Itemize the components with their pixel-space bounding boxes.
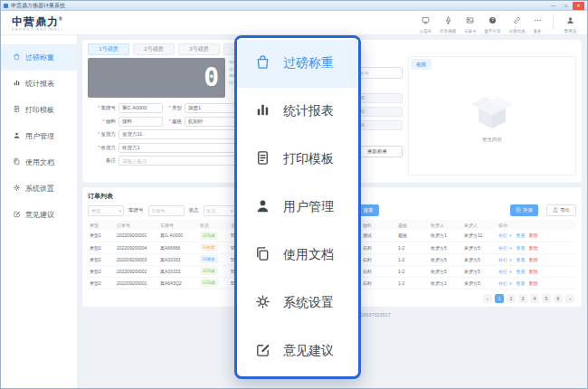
header-action[interactable]: 运营信息: [509, 12, 526, 33]
status-badge: 已作废: [200, 243, 218, 251]
reprint-link[interactable]: 补打 ∨: [498, 245, 512, 251]
view-link[interactable]: 查看: [516, 245, 525, 251]
cell-plate: 冀G·A0000: [158, 230, 198, 242]
menu-item[interactable]: 系统设置: [237, 279, 358, 327]
cell-type: 类型1: [88, 230, 115, 242]
header-action-label: 记录卡: [464, 29, 477, 33]
window-title: 中营鼎力衡器计量系统: [11, 2, 65, 10]
header-action[interactable]: 小票机: [420, 12, 432, 33]
page-button[interactable]: 1: [495, 294, 504, 303]
menu-item[interactable]: 打印模板: [237, 136, 358, 184]
page-button[interactable]: 3: [518, 294, 527, 303]
header-action[interactable]: ? 新手引导: [485, 12, 501, 33]
status-badge: 已完成: [200, 279, 218, 287]
video-panel: 视频 暂无内容: [408, 56, 576, 176]
sender-input[interactable]: [119, 129, 238, 139]
add-record-icon: [516, 207, 521, 213]
chart-icon: [254, 101, 271, 121]
scale-tab[interactable]: 3号磅房: [178, 43, 220, 55]
remark-input[interactable]: [119, 156, 238, 166]
spec-input[interactable]: [185, 117, 238, 127]
menu-item[interactable]: 统计报表: [237, 88, 358, 136]
sidebar-item[interactable]: 统计报表: [1, 71, 77, 97]
empty-box-illustration: [466, 119, 518, 134]
divider: [553, 16, 554, 29]
delete-link[interactable]: 删除: [529, 269, 538, 274]
cell-plate: 冀A6A5Q2: [158, 277, 198, 289]
gear-icon: [254, 293, 271, 313]
page-button[interactable]: 6: [554, 294, 563, 303]
type-filter-select[interactable]: 类型: [88, 205, 124, 216]
view-link[interactable]: 查看: [516, 257, 525, 262]
export-button[interactable]: 导出: [546, 204, 576, 216]
plate-input[interactable]: [119, 103, 163, 113]
table-column-header: 收货人: [429, 220, 462, 230]
status-filter-select[interactable]: 状态: [204, 205, 236, 216]
header-action[interactable]: 更多: [534, 12, 542, 33]
reprint-link[interactable]: 补打 ∨: [498, 269, 512, 274]
type-label: 类型: [163, 105, 185, 111]
menu-item-label: 使用文档: [283, 247, 334, 263]
admin-menu[interactable]: 管理员: [564, 12, 577, 33]
record-button[interactable]: 补录: [510, 204, 538, 216]
page-button[interactable]: 5: [542, 294, 551, 303]
page-button[interactable]: ‹: [483, 294, 492, 303]
scale-tab[interactable]: 1号磅房: [88, 43, 129, 55]
sidebar-item[interactable]: 使用文档: [1, 149, 77, 176]
cell-sender: 发货方5: [462, 242, 497, 253]
user-icon: [13, 131, 21, 141]
copy-icon: [254, 245, 271, 265]
cell-order-no: 202209200001: [115, 277, 158, 289]
page-button[interactable]: 2: [507, 294, 516, 303]
header-action[interactable]: 记录卡: [464, 12, 477, 33]
menu-item[interactable]: 意见建议: [237, 327, 358, 375]
cell-plate: 冀A66666: [158, 242, 198, 253]
admin-label: 管理员: [564, 29, 577, 33]
cell-material: 石料: [361, 253, 396, 265]
delete-link[interactable]: 删除: [529, 257, 538, 262]
view-link[interactable]: 查看: [516, 269, 525, 274]
reprint-link[interactable]: 补打 ∨: [498, 232, 512, 238]
spec-label: 规格: [163, 119, 185, 125]
maximize-button[interactable]: □: [560, 2, 572, 10]
reprint-link[interactable]: 补打 ∨: [498, 280, 512, 286]
type-input[interactable]: [185, 103, 238, 113]
doc-icon: [13, 105, 21, 115]
material-input[interactable]: [119, 117, 163, 127]
plate-filter-input[interactable]: [148, 205, 185, 216]
video-tab[interactable]: 视频: [411, 59, 432, 70]
sidebar-item[interactable]: 系统设置: [1, 176, 77, 202]
sidebar-item-label: 意见建议: [25, 210, 54, 220]
delete-link[interactable]: 删除: [529, 245, 538, 251]
minimize-button[interactable]: —: [547, 2, 559, 10]
header-action[interactable]: 语音播报: [440, 12, 456, 33]
app-header: 中营鼎力® ZHONGYINGDINGLI 小票机 语音播报: [1, 11, 587, 35]
menu-item[interactable]: 使用文档: [237, 231, 358, 279]
status-badge: 已完成: [200, 267, 218, 275]
sidebar-item[interactable]: 意见建议: [1, 202, 77, 228]
cell-receiver: 收货方5: [429, 253, 462, 265]
weight-display: 0: [88, 58, 225, 98]
delete-link[interactable]: 删除: [529, 232, 538, 238]
monitor-icon: [422, 12, 430, 28]
close-button[interactable]: ✕: [573, 2, 584, 10]
menu-item[interactable]: 过磅称重: [237, 40, 358, 88]
menu-item-label: 系统设置: [283, 295, 334, 311]
cell-order-no: 202209200002: [115, 265, 158, 277]
cell-type: 类型2: [88, 277, 115, 289]
delete-link[interactable]: 删除: [529, 280, 538, 286]
page-button[interactable]: ›: [565, 294, 574, 303]
sidebar-item[interactable]: 过磅称重: [1, 44, 77, 71]
view-link[interactable]: 查看: [516, 280, 525, 286]
page-button[interactable]: 4: [530, 294, 539, 303]
receiver-input[interactable]: [119, 143, 238, 153]
sidebar-item[interactable]: 打印模板: [1, 97, 77, 123]
menu-item[interactable]: 用户管理: [237, 184, 358, 232]
cell-receiver: 收货方1: [429, 277, 462, 289]
reprint-link[interactable]: 补打 ∨: [498, 257, 512, 262]
sidebar-item[interactable]: 用户管理: [1, 123, 77, 149]
header-action-label: 运营信息: [509, 29, 526, 33]
weighing-form-panel: 0 地磅状态：正常仪表状态：已连接视频状态：未连接打印状态：正常 车牌号 类型: [88, 58, 238, 177]
view-link[interactable]: 查看: [516, 232, 525, 238]
scale-tab[interactable]: 2号磅房: [133, 43, 175, 55]
